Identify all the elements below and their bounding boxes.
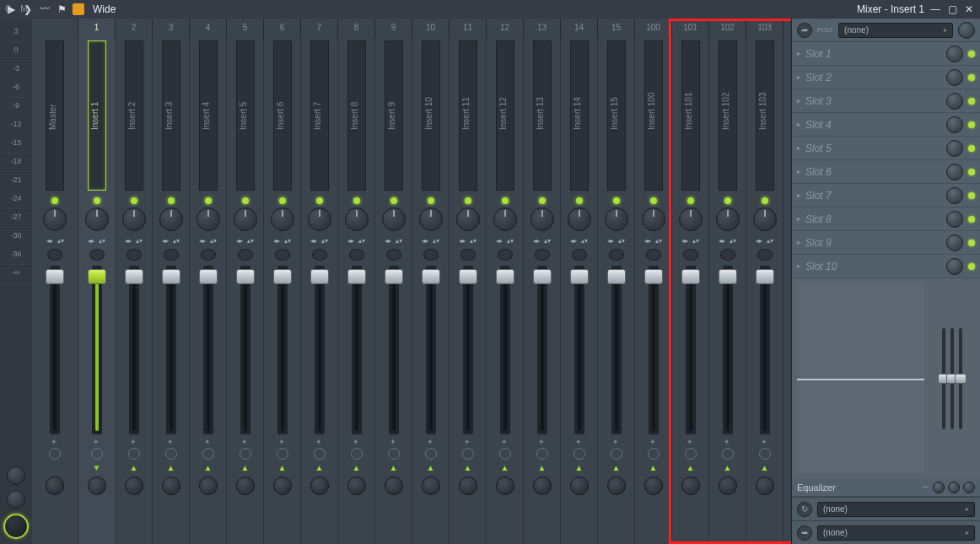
slot-menu-icon[interactable]: ▸	[797, 97, 800, 105]
route-caret-icon[interactable]: ▲	[575, 463, 584, 471]
flag-icon[interactable]: ⚑	[56, 3, 67, 15]
track-insert[interactable]: Insert 5◂▸▴▾✦▲	[227, 19, 264, 544]
out2-route-icon[interactable]: ➥	[797, 525, 812, 541]
slot-enable-led[interactable]	[968, 192, 975, 199]
track-header[interactable]: 15	[598, 19, 635, 37]
pan-knob[interactable]	[382, 207, 406, 231]
pan-knob[interactable]	[679, 207, 703, 231]
pan-knob[interactable]	[85, 207, 109, 231]
track-delay-knob[interactable]	[202, 448, 214, 460]
stereo-sep-knob[interactable]	[47, 249, 62, 261]
fx-enable-icon[interactable]: ✦	[353, 438, 361, 446]
track-delay-knob[interactable]	[648, 448, 660, 460]
track-insert[interactable]: Insert 2◂▸▴▾✦▲	[116, 19, 153, 544]
pan-knob[interactable]	[308, 207, 331, 231]
mute-led[interactable]	[613, 197, 620, 204]
swap-arrows[interactable]: ◂▸▴▾	[495, 236, 515, 245]
volume-fader[interactable]	[240, 266, 250, 434]
eq-slider-low[interactable]	[942, 328, 945, 429]
slot-menu-icon[interactable]: ▸	[797, 239, 800, 246]
mute-led[interactable]	[390, 197, 397, 204]
eq-slider-mid[interactable]	[950, 328, 954, 429]
mute-led[interactable]	[502, 197, 509, 204]
mute-led[interactable]	[465, 197, 471, 204]
route-caret-icon[interactable]: ▲	[390, 463, 398, 471]
pan-knob[interactable]	[197, 207, 220, 231]
fx-enable-icon[interactable]: ✦	[93, 438, 101, 446]
send-knob[interactable]	[496, 477, 514, 495]
out1-route-icon[interactable]: ↻	[797, 502, 812, 517]
maximize-icon[interactable]: ▢	[946, 3, 958, 15]
swap-arrows[interactable]: ◂▸▴▾	[87, 236, 107, 245]
track-delay-knob[interactable]	[351, 448, 363, 460]
mute-led[interactable]	[279, 197, 286, 204]
mute-led[interactable]	[131, 197, 137, 204]
volume-fader[interactable]	[315, 266, 325, 434]
fx-enable-icon[interactable]: ✦	[649, 438, 658, 446]
slot-mix-knob[interactable]	[946, 69, 963, 86]
slot-enable-led[interactable]	[968, 51, 975, 57]
route-caret-icon[interactable]: ▲	[501, 463, 509, 471]
swap-arrows[interactable]: ◂▸▴▾	[458, 236, 478, 245]
fx-enable-icon[interactable]: ✦	[427, 438, 435, 446]
route-caret-icon[interactable]: ▲	[353, 463, 361, 471]
slot-enable-led[interactable]	[968, 263, 975, 270]
swap-arrows[interactable]: ◂▸▴▾	[606, 236, 627, 245]
slot-menu-icon[interactable]: ▸	[797, 191, 800, 199]
send-knob[interactable]	[681, 477, 700, 495]
track-insert[interactable]: Insert 4◂▸▴▾✦▲	[190, 19, 227, 544]
slot-menu-icon[interactable]: ▸	[797, 215, 800, 223]
stereo-sep-knob[interactable]	[386, 249, 401, 261]
track-header[interactable]: 3	[153, 19, 190, 37]
slot-menu-icon[interactable]: ▸	[797, 73, 800, 81]
mute-led[interactable]	[428, 197, 434, 204]
track-header[interactable]: 10	[412, 19, 450, 37]
track-master[interactable]: Master◂▸▴▾✦▲	[32, 19, 78, 544]
input-dropdown[interactable]: (none) ▸	[838, 23, 953, 38]
route-caret-icon[interactable]: ▲	[687, 463, 695, 471]
track-header[interactable]: 2	[116, 19, 153, 37]
stereo-sep-knob[interactable]	[683, 249, 698, 261]
track-insert[interactable]: Insert 12◂▸▴▾✦▲	[487, 19, 524, 544]
stereo-sep-knob[interactable]	[201, 249, 216, 261]
send-knob[interactable]	[570, 477, 589, 495]
send-knob[interactable]	[385, 477, 403, 495]
volume-fader[interactable]	[723, 266, 733, 434]
track-delay-knob[interactable]	[536, 448, 548, 460]
swap-arrows[interactable]: ◂▸▴▾	[45, 236, 65, 245]
volume-fader[interactable]	[277, 266, 288, 434]
stereo-sep-knob[interactable]	[572, 249, 587, 261]
mute-led[interactable]	[51, 197, 58, 204]
out1-dropdown[interactable]: (none) ▸	[817, 502, 975, 517]
swap-arrows[interactable]: ◂▸▴▾	[272, 236, 293, 245]
fx-slot[interactable]: ▸Slot 10	[792, 255, 980, 278]
fx-enable-icon[interactable]: ✦	[612, 438, 621, 446]
track-insert[interactable]: Insert 9◂▸▴▾✦▲	[375, 19, 412, 544]
fx-slot[interactable]: ▸Slot 6	[792, 160, 980, 184]
fx-slot[interactable]: ▸Slot 3	[792, 89, 980, 113]
pan-knob[interactable]	[568, 207, 591, 231]
track-delay-knob[interactable]	[759, 448, 771, 460]
swap-arrows[interactable]: ◂▸▴▾	[681, 236, 701, 245]
slot-mix-knob[interactable]	[946, 116, 963, 133]
send-knob[interactable]	[88, 477, 106, 495]
stereo-sep-knob[interactable]	[127, 249, 142, 261]
track-insert[interactable]: Insert 10◂▸▴▾✦▲	[412, 19, 450, 544]
track-delay-knob[interactable]	[49, 448, 61, 460]
track-delay-knob[interactable]	[314, 448, 326, 460]
swap-arrows[interactable]: ◂▸▴▾	[755, 236, 775, 245]
swap-arrows[interactable]: ◂▸▴▾	[384, 236, 404, 245]
stereo-sep-knob[interactable]	[535, 249, 550, 261]
eq-slider-high[interactable]	[959, 328, 962, 429]
slot-menu-icon[interactable]: ▸	[797, 121, 800, 128]
slot-mix-knob[interactable]	[946, 93, 963, 110]
mute-led[interactable]	[94, 197, 100, 204]
track-delay-knob[interactable]	[91, 448, 103, 460]
track-delay-knob[interactable]	[165, 448, 177, 460]
eq-freq-mid[interactable]	[948, 482, 960, 493]
route-caret-icon[interactable]: ▲	[241, 463, 250, 471]
send-knob[interactable]	[719, 477, 737, 495]
fx-slot[interactable]: ▸Slot 8	[792, 207, 980, 231]
send-knob[interactable]	[199, 477, 218, 495]
slot-menu-icon[interactable]: ▸	[797, 50, 800, 57]
